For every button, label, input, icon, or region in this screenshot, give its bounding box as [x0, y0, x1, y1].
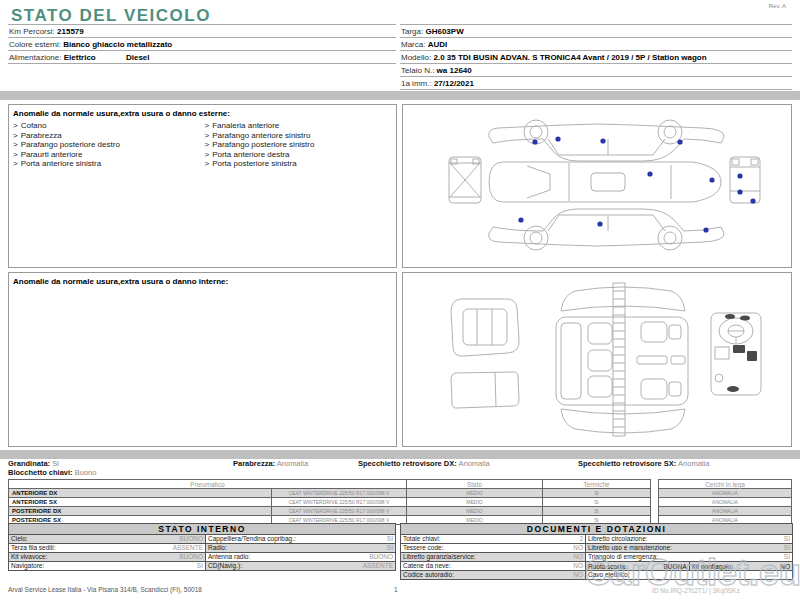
- bullet: >: [205, 159, 210, 168]
- tyre-stato: MEDIO: [407, 489, 543, 498]
- documenti-cell: Libretto uso e manutenzione:SI: [586, 544, 793, 553]
- cell-value: SI: [387, 535, 393, 543]
- cerchi-table: Cerchi in lega ANOMALIA ANOMALIA ANOMALI…: [658, 479, 792, 525]
- summary-blocchetto: Blocchetto chiavi: Buono: [8, 469, 96, 477]
- bullet: >: [13, 159, 18, 168]
- info-row-colore: Colore esterni: Bianco ghiaccio metalliz…: [8, 38, 396, 51]
- anomaly-text: Parabrezza: [21, 131, 62, 140]
- bullet: >: [205, 150, 210, 159]
- imm-label: 1a imm.:: [401, 79, 432, 88]
- anomaly-text: Cofano: [21, 121, 47, 130]
- anomaly-text: Paraurti anteriore: [21, 150, 83, 159]
- interior-car-diagram: [403, 273, 789, 446]
- telaio-label: Telaio N.:: [401, 66, 434, 75]
- anomaly-item: >Porta anteriore sinistra: [13, 159, 205, 169]
- cell-label: Libretto uso e manutenzione:: [588, 544, 672, 552]
- bullet: >: [13, 150, 18, 159]
- cerchi-value: ANOMALIA: [659, 507, 792, 516]
- cell-label: Terza fila sedili:: [11, 544, 55, 552]
- cell-label: Kit gonfiaggio:: [692, 563, 733, 570]
- anomaly-text: Parafango posteriore sinistro: [212, 140, 314, 149]
- specchietto-sx-value: Anomalia: [678, 459, 709, 468]
- stato-interno-table: STATO INTERNO Cielo:BUONO Cappelliera/Te…: [8, 523, 396, 571]
- cell-label: Radio:: [208, 544, 227, 552]
- cell-label: Catene da neve:: [403, 562, 451, 570]
- tyre-termiche: Si: [543, 507, 651, 516]
- alimentazione-value-1: Elettrico: [64, 53, 96, 62]
- cell-value: SI: [784, 544, 790, 552]
- cell-value: SI: [387, 544, 393, 552]
- alimentazione-value-2: Diesel: [126, 53, 150, 62]
- summary-parabrezza: Parabrezza: Anomalia: [233, 460, 308, 468]
- footer-document-id: ID No.IRQ-2Tc2T1/ | 3Kq0SKz: [652, 587, 740, 594]
- anomaly-item: >Porta posteriore sinistra: [205, 159, 397, 169]
- cell-value: ASSENTE: [363, 562, 393, 570]
- specchietto-sx-label: Specchietto retrovisore SX:: [578, 459, 676, 468]
- grandinata-value: Si: [52, 459, 59, 468]
- anomaly-item: >Fanaleria anteriore: [205, 121, 397, 131]
- anomaly-item: >Porta anteriore destra: [205, 150, 397, 160]
- anomaly-text: Parafango anteriore sinistro: [212, 131, 310, 140]
- parabrezza-value: Anomalia: [277, 459, 308, 468]
- documenti-cell: Tessere code:NO: [401, 544, 586, 553]
- cell-value: NO: [573, 544, 583, 552]
- vehicle-info-right: Targa: GH603PW Marca: AUDI Modello: 2.0 …: [400, 24, 792, 90]
- documenti-title: DOCUMENTI E DOTAZIONI: [401, 524, 793, 535]
- tyre-position: POSTERIORE DX: [9, 507, 272, 516]
- blocchetto-label: Blocchetto chiavi:: [8, 468, 73, 477]
- cell-label: Cappelliera/Tendina copribag.:: [208, 535, 296, 543]
- specchietto-dx-label: Specchietto retrovisore DX:: [358, 459, 457, 468]
- tyre-row: ANTERIORE SX CEAT WINTERDRIVE 225/50 R17…: [9, 498, 651, 507]
- cell-value: BUONO: [369, 553, 393, 561]
- exterior-anomalies-col2: >Fanaleria anteriore >Parafango anterior…: [205, 121, 397, 169]
- exterior-car-diagram: [403, 105, 789, 265]
- section-divider-top: [0, 91, 800, 100]
- interior-diagram-box: [402, 272, 792, 447]
- documenti-cell: Cavo elettrico:: [586, 571, 793, 580]
- colore-value: Bianco ghiaccio metallizzato: [63, 40, 172, 49]
- cell-label: Cavo elettrico:: [588, 571, 630, 579]
- interno-cell: Cielo:BUONO: [9, 535, 206, 544]
- cerchi-row: ANOMALIA: [659, 498, 792, 507]
- cell-label: CD(Navig.):: [208, 562, 242, 570]
- anomaly-text: Porta anteriore sinistra: [21, 159, 101, 168]
- revision-label: Rev. A: [769, 3, 786, 9]
- modello-label: Modello:: [401, 53, 431, 62]
- bullet: >: [205, 140, 210, 149]
- tyre-position: ANTERIORE SX: [9, 498, 272, 507]
- exterior-anomalies-title: Anomalie da normale usura,extra usura o …: [9, 105, 396, 121]
- tyre-termiche: Si: [543, 498, 651, 507]
- tyre-row: ANTERIORE DX CEAT WINTERDRIVE 225/50 R17…: [9, 489, 651, 498]
- cell-label: Tessere code:: [403, 544, 443, 552]
- alimentazione-label: Alimentazione:: [9, 53, 61, 62]
- cerchi-value: ANOMALIA: [659, 498, 792, 507]
- cell-label: Antenna radio:: [208, 553, 250, 561]
- cell-label: Ruota scorta:: [588, 563, 627, 570]
- cell-value: SI: [784, 535, 790, 543]
- cerchi-row: ANOMALIA: [659, 489, 792, 498]
- cell-label: Kit vivavoce:: [11, 553, 48, 561]
- anomaly-item: >Parabrezza: [13, 131, 205, 141]
- cell-label: Navigatore:: [11, 562, 44, 570]
- tyres-table: Pneumatico Stato Termiche ANTERIORE DX C…: [8, 479, 651, 525]
- telaio-value: wa 12640: [437, 66, 472, 75]
- info-row-immatricolazione: 1a imm.: 27/12/2021: [400, 77, 792, 90]
- tyre-row: POSTERIORE DX CEAT WINTERDRIVE 225/50 R1…: [9, 507, 651, 516]
- info-row-modello: Modello: 2.0 35 TDI BUSIN ADVAN. S TRONI…: [400, 51, 792, 64]
- anomaly-text: Parafango posteriore destro: [21, 140, 120, 149]
- anomaly-item: >Parafango anteriore sinistro: [205, 131, 397, 141]
- anomaly-text: Porta anteriore destra: [212, 150, 289, 159]
- summary-specchietto-dx: Specchietto retrovisore DX: Anomalia: [358, 460, 490, 468]
- anomaly-item: >Parafango posteriore destro: [13, 140, 205, 150]
- documenti-table: DOCUMENTI E DOTAZIONI Totale chiavi:2 Li…: [400, 523, 793, 580]
- page-title: STATO DEL VEICOLO: [11, 6, 211, 26]
- cell-value: BUONO: [179, 535, 203, 543]
- documenti-cell-split: Ruota scorta:BUONA Kit gonfiaggio:NO: [586, 562, 793, 571]
- tyre-spec: CEAT WINTERDRIVE 225/50 R17 000/098 V: [272, 498, 407, 507]
- cell-value: BUONO: [179, 553, 203, 561]
- colore-label: Colore esterni:: [9, 40, 61, 49]
- anomaly-text: Fanaleria anteriore: [212, 121, 279, 130]
- anomaly-item: >Paraurti anteriore: [13, 150, 205, 160]
- col-header-stato: Stato: [407, 480, 543, 489]
- bullet: >: [205, 131, 210, 140]
